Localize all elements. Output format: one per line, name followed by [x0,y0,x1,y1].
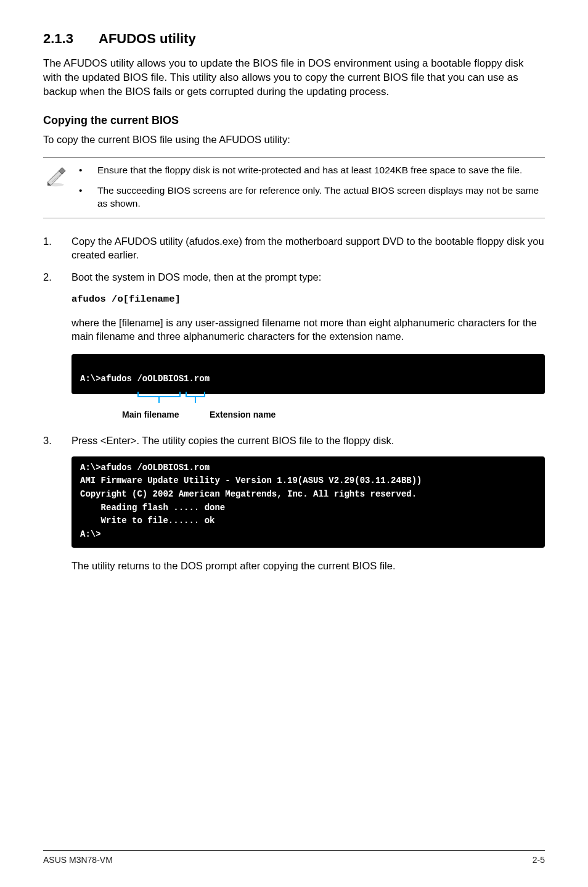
steps-list: 1. Copy the AFUDOS utility (afudos.exe) … [43,234,545,284]
note-block: • Ensure that the floppy disk is not wri… [43,157,545,218]
step-item: 3. Press <Enter>. The utility copies the… [43,434,545,447]
code-line: afudos /o[filename] [71,293,545,306]
note-list: • Ensure that the floppy disk is not wri… [79,164,545,210]
section-heading: 2.1.3AFUDOS utility [43,30,545,48]
note-text: The succeeding BIOS screens are for refe… [97,184,545,210]
terminal-output: A:\>afudos /oOLDBIOS1.rom AMI Firmware U… [71,456,545,548]
subheading: Copying the current BIOS [43,113,545,128]
step-item: 1. Copy the AFUDOS utility (afudos.exe) … [43,234,545,262]
label-main-filename: Main filename [122,409,179,421]
section-title-text: AFUDOS utility [99,31,196,46]
step-text: Press <Enter>. The utility copies the cu… [71,434,545,447]
subheading-text: To copy the current BIOS file using the … [43,133,545,146]
note-item: • The succeeding BIOS screens are for re… [79,184,545,210]
label-extension-name: Extension name [210,409,276,421]
step-number: 1. [43,234,71,262]
step-item: 2. Boot the system in DOS mode, then at … [43,270,545,284]
step-number: 3. [43,434,71,447]
steps-list-cont: 3. Press <Enter>. The utility copies the… [43,434,545,447]
section-intro: The AFUDOS utility allows you to update … [43,57,545,99]
footer-right: 2-5 [533,854,545,866]
footer-left: ASUS M3N78-VM [43,854,113,866]
note-item: • Ensure that the floppy disk is not wri… [79,164,545,177]
pencil-icon [43,164,79,191]
terminal-output: A:\>afudos /oOLDBIOS1.rom [71,354,545,394]
page-footer: ASUS M3N78-VM 2-5 [43,850,545,866]
post-terminal-text: The utility returns to the DOS prompt af… [71,559,545,572]
note-text: Ensure that the floppy disk is not write… [97,164,545,177]
step-number: 2. [43,270,71,284]
bullet-dot: • [79,184,97,210]
step-text: Boot the system in DOS mode, then at the… [71,270,545,284]
step-followup: where the [filename] is any user-assigne… [71,316,545,344]
terminal-line: A:\>afudos /oOLDBIOS1.rom [80,374,210,384]
bullet-dot: • [79,164,97,177]
filename-labels: Main filename Extension name [71,397,545,421]
section-number: 2.1.3 [43,30,99,48]
step-text: Copy the AFUDOS utility (afudos.exe) fro… [71,234,545,262]
